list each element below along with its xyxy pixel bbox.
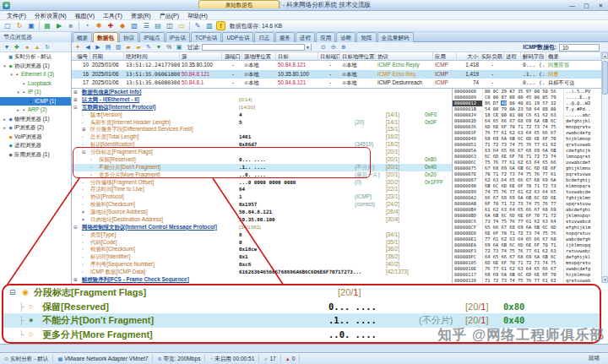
- general-settings-icon[interactable]: ◔: [82, 21, 92, 31]
- expand-icon[interactable]: ◦: [82, 269, 84, 276]
- decode-row[interactable]: ◦ 不能分片[Don't Fragment] .1.. .... (不分片) […: [72, 164, 452, 171]
- expand-icon[interactable]: ▾: [2, 62, 8, 71]
- alarm-settings-icon[interactable]: ◆: [117, 21, 128, 31]
- autoscroll-icon[interactable]: ▼: [155, 43, 163, 52]
- decode-row[interactable]: ◦ 存活时间[Time to Live] 64 [22/1]: [72, 186, 452, 193]
- hex-row[interactable]: 0000002D 64 65 66 67 68 69 6A 6B 6C defg…: [453, 118, 601, 124]
- decode-row[interactable]: ◦ 总长度[Total Length] 1401 [16/2]: [72, 133, 452, 141]
- tree-node-voip-explorer[interactable]: ◆ VoIP浏览器: [0, 133, 71, 142]
- expand-icon[interactable]: ⊞: [73, 89, 78, 96]
- expand-icon[interactable]: ⊞: [73, 96, 78, 104]
- column-header[interactable]: 大小: [457, 52, 479, 60]
- hex-pane-icon[interactable]: ▥: [114, 43, 122, 52]
- tree-node-icmp[interactable]: ▪ ICMP (1): [0, 97, 71, 106]
- log-output-icon[interactable]: ☰: [141, 21, 151, 31]
- open-folder-icon[interactable]: ▭: [176, 21, 187, 31]
- column-header[interactable]: 进程: [504, 52, 521, 60]
- hex-row[interactable]: 000000A2 66 67 68 69 6A 6B 6C 6D 6E fghi…: [453, 195, 601, 201]
- hex-row[interactable]: 0000003F 76 77 61 62 63 64 65 66 67 vwab…: [453, 130, 601, 136]
- tab-raw-packet[interactable]: 原始数据包: [198, 0, 280, 8]
- tree-node-process-explorer[interactable]: ◆ 进程浏览器: [0, 141, 71, 150]
- expand-icon[interactable]: ▸: [2, 123, 8, 133]
- hex-row[interactable]: 00000087 62 63 64 65 66 67 68 69 6A bcde…: [453, 177, 601, 183]
- filter-input[interactable]: [203, 45, 304, 51]
- packet-filter-icon[interactable]: ✚: [106, 21, 116, 31]
- zoom-out-icon[interactable]: ⊖: [329, 43, 338, 52]
- tab-ip-conversation[interactable]: IP会话: [166, 32, 190, 42]
- chart-icon[interactable]: ▥: [204, 21, 214, 31]
- column-header[interactable]: 目标地理位置: [340, 52, 376, 60]
- hex-row[interactable]: 000000E1 77 61 62 63 64 65 66 67 68 wabc…: [453, 236, 601, 242]
- adapter-icon[interactable]: ▦: [42, 21, 52, 31]
- node-filter-icon[interactable]: ▼: [3, 43, 11, 52]
- tab-packet[interactable]: 数据包: [93, 32, 118, 42]
- node-alarm-icon[interactable]: ▲: [33, 43, 41, 52]
- new-project-icon[interactable]: ▢: [3, 21, 13, 31]
- hex-row[interactable]: 00000117 68 69 6A 6B 6C 6D 6E 6F 70 hijk…: [453, 272, 601, 278]
- expand-icon[interactable]: ⊟: [73, 224, 78, 231]
- hex-row[interactable]: 00000099 74 75 76 77 61 62 63 64 65 tuvw…: [453, 189, 601, 195]
- toolbar-separator[interactable]: [39, 22, 40, 30]
- column-header[interactable]: 源端口: [222, 52, 242, 60]
- tab-service[interactable]: 服务: [275, 32, 295, 42]
- decode-row[interactable]: ⊞ 区分服务字段[Differentiated Services Field] …: [72, 126, 452, 133]
- start-capture-icon[interactable]: ▶: [54, 21, 64, 31]
- decode-row[interactable]: ◦ 头部长度[Internet Header Length] 5 (20) [1…: [72, 119, 452, 127]
- warning-icon[interactable]: !: [216, 21, 225, 30]
- expand-icon[interactable]: ▾: [8, 70, 14, 79]
- expand-icon[interactable]: ▸: [2, 115, 8, 124]
- column-header[interactable]: 绝对时间: [124, 52, 180, 60]
- decode-row[interactable]: ◦ 代码[Code] 0 [35/1]: [72, 239, 452, 247]
- decode-row[interactable]: ⊞ 数据包信息[Packet Info]: [72, 89, 452, 96]
- hex-row[interactable]: 000000CF 65 66 67 68 69 6A 6B 6C 6D efgh…: [453, 225, 601, 231]
- tree-node-analysis[interactable]: ▣ 实时分析 - 默认: [0, 52, 71, 62]
- toolbar-separator[interactable]: [79, 22, 79, 30]
- zoom-in-icon[interactable]: ⊕: [339, 43, 348, 52]
- tab-process[interactable]: 进程: [296, 32, 315, 42]
- decode-row[interactable]: ◦ 类型[Type] 8 [34/1]: [72, 231, 452, 239]
- vertical-scrollbar[interactable]: ▲ ▼: [601, 52, 608, 283]
- tab-summary[interactable]: 概要: [73, 32, 92, 42]
- reload-icon[interactable]: ↻: [14, 21, 24, 31]
- hex-row[interactable]: 00000063 6C 6D 6E 6F 70 71 72 73 74 lmno…: [453, 154, 601, 160]
- decode-row[interactable]: ▾ 源地址[Source Address] 50.84.8.121 [26/4]: [72, 209, 452, 216]
- column-header[interactable]: 实际负载: [479, 52, 504, 60]
- expand-icon[interactable]: ◦: [82, 246, 84, 253]
- prev-packet-icon[interactable]: ◀: [84, 43, 92, 52]
- expand-icon[interactable]: ◦: [82, 231, 84, 239]
- tree-node-ethernet[interactable]: ▾ ▪ Ethernet II (3): [0, 70, 71, 79]
- close-button[interactable]: ✕: [594, 1, 608, 10]
- expand-icon[interactable]: ◦: [82, 253, 84, 261]
- highlight-icon[interactable]: ▰: [134, 43, 143, 52]
- column-header[interactable]: 目标: [276, 52, 318, 60]
- tab-log[interactable]: 日志: [254, 32, 274, 42]
- tree-node-ip-explorer[interactable]: ▸ ◆ IP浏览器 (2): [0, 123, 71, 133]
- relative-time-icon[interactable]: %: [165, 43, 173, 52]
- decode-row[interactable]: ◦ 更多分片[More Fragment] ..0. .... (最后一片) […: [72, 171, 452, 179]
- hex-row[interactable]: 00000036 6D 6E 6F 70 71 72 73 74 75 mnop…: [453, 124, 601, 130]
- analysis-settings-icon[interactable]: ✱: [94, 21, 104, 31]
- packet-row[interactable]: 10 2025/01/06 13:51:12.241779000 10.35.8…: [72, 61, 601, 70]
- expand-icon[interactable]: ◦: [90, 156, 92, 164]
- decode-pane-icon[interactable]: ▤: [104, 43, 112, 52]
- decode-row[interactable]: ◦ ICMP 数据[ICMP Data] 6162636465666768696…: [72, 269, 452, 276]
- save-icon[interactable]: ▣: [26, 21, 36, 31]
- expand-icon[interactable]: ◦: [82, 141, 84, 149]
- tree-node-arp[interactable]: ▸ ▪ ARP (2): [0, 106, 71, 115]
- packet-row[interactable]: 17 2025/01/06 13:51:35.060803000 50.84.8…: [72, 79, 601, 88]
- column-header[interactable]: 目标端口: [318, 52, 340, 60]
- locate-icon[interactable]: ⊙: [319, 43, 328, 52]
- hex-row[interactable]: 0000010E 76 77 61 62 63 64 65 66 67 vwab…: [453, 266, 601, 272]
- decode-row[interactable]: ▾ 目的地址[Destination Address] 10.35.80.100…: [72, 216, 452, 224]
- menu-analysis-settings[interactable]: 分析设置(N): [30, 11, 71, 20]
- column-header[interactable]: 解码字段: [521, 52, 546, 60]
- column-header[interactable]: 源地理位置: [242, 52, 276, 60]
- bookmark-icon[interactable]: ✦: [73, 43, 82, 52]
- add-node-icon[interactable]: ✚: [13, 43, 21, 52]
- hex-row[interactable]: 000000BD 6A 6B 6C 6D 6E 6F 70 71 72 jklm…: [453, 213, 601, 219]
- menu-file[interactable]: 文件(F): [3, 11, 30, 20]
- expand-icon[interactable]: ▾: [82, 216, 84, 224]
- minimize-button[interactable]: —: [565, 1, 579, 10]
- column-header[interactable]: 概要: [546, 52, 601, 60]
- expand-icon[interactable]: ◦: [90, 164, 92, 171]
